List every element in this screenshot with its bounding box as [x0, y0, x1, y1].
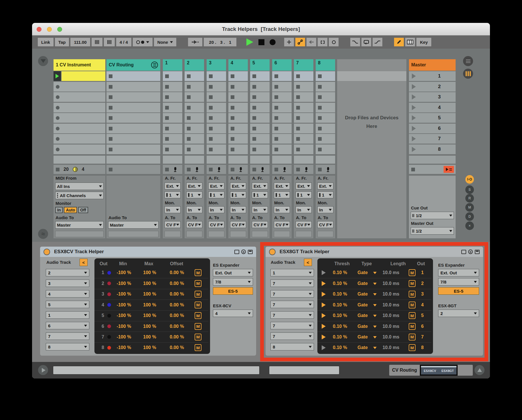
- esx8gt-number-select[interactable]: 2: [438, 310, 479, 317]
- audio-to-select[interactable]: CV F: [274, 221, 290, 228]
- midi-channel-select[interactable]: All Channels: [55, 192, 104, 199]
- length-value[interactable]: 10.0 ms: [378, 281, 404, 286]
- show-mixer-toggle[interactable]: M: [465, 203, 474, 212]
- length-value[interactable]: 10.0 ms: [378, 345, 404, 350]
- clip-slot[interactable]: [228, 144, 248, 154]
- clip-slot[interactable]: [163, 144, 182, 154]
- thresh-value[interactable]: 0.10 %: [328, 313, 352, 318]
- clip-slot[interactable]: [54, 124, 105, 133]
- audio-to-select[interactable]: CV F: [208, 221, 224, 228]
- device-titlebar[interactable]: ESX8GT Track Helper: [266, 247, 483, 257]
- audio-from-select[interactable]: Ext.: [208, 183, 224, 189]
- device-hotswap-icon[interactable]: [241, 249, 246, 254]
- input-channel-select[interactable]: 1: [317, 191, 333, 198]
- map-button[interactable]: M: [409, 302, 416, 308]
- clip-slot[interactable]: [228, 113, 248, 123]
- min-value[interactable]: -100 %: [112, 334, 136, 340]
- clip-slot[interactable]: [250, 92, 270, 102]
- scene-launch-icon[interactable]: [412, 94, 416, 100]
- offset-value[interactable]: 0.00 %: [164, 302, 190, 308]
- show-sends-toggle[interactable]: S: [465, 185, 474, 194]
- clip-slot[interactable]: [250, 134, 270, 144]
- gate-active-icon[interactable]: [322, 324, 326, 329]
- scene-launch-icon[interactable]: [412, 136, 416, 141]
- scene-overview-button[interactable]: [463, 56, 473, 66]
- gate-active-icon[interactable]: [322, 313, 326, 318]
- clip-slot[interactable]: [272, 82, 292, 92]
- clip-slot[interactable]: [185, 103, 204, 112]
- audio-track-select[interactable]: 7: [270, 280, 314, 287]
- clip-stop-button[interactable]: [56, 168, 60, 171]
- chevron-down-icon[interactable]: [373, 326, 377, 330]
- clip-slot[interactable]: [228, 71, 248, 81]
- input-channel-select[interactable]: 1: [230, 191, 246, 198]
- audio-to-select[interactable]: CV F: [165, 221, 181, 228]
- arrangement-position-field[interactable]: 20 .3 .1: [204, 38, 236, 46]
- track-header-master[interactable]: Master: [409, 59, 456, 71]
- preview-toggle-button[interactable]: [38, 365, 48, 375]
- audio-from-select[interactable]: Ext.: [317, 183, 333, 189]
- max-value[interactable]: 100 %: [139, 313, 160, 318]
- audio-from-select[interactable]: Ext.: [274, 183, 290, 189]
- length-value[interactable]: 10.0 ms: [378, 292, 404, 297]
- max-value[interactable]: 100 %: [139, 270, 160, 275]
- collapse-button[interactable]: <: [80, 259, 88, 266]
- offset-value[interactable]: 0.00 %: [164, 345, 190, 350]
- clip-slot[interactable]: [207, 82, 226, 92]
- clip-slot[interactable]: [207, 144, 226, 154]
- group-slot[interactable]: [106, 144, 160, 154]
- track-header-number[interactable]: 3: [207, 59, 226, 71]
- device-thumbnail-esx8cv[interactable]: ESX8CV: [421, 366, 439, 375]
- device-save-icon[interactable]: [248, 250, 253, 254]
- track-header-number[interactable]: 8: [316, 59, 335, 71]
- audio-track-select[interactable]: 7: [46, 332, 89, 340]
- stop-all-clips-button[interactable]: [411, 168, 415, 171]
- clip-slot[interactable]: [54, 92, 105, 102]
- clip-slot[interactable]: [294, 103, 313, 112]
- clip-slot[interactable]: [272, 103, 292, 112]
- thresh-value[interactable]: 0.10 %: [328, 324, 352, 329]
- clip-slot[interactable]: [294, 113, 313, 123]
- clip-slot[interactable]: [163, 124, 182, 133]
- length-value[interactable]: 10.0 ms: [378, 302, 404, 308]
- show-io-toggle[interactable]: I·O: [465, 175, 474, 184]
- follow-button[interactable]: [188, 38, 202, 46]
- scene-launch-icon[interactable]: [412, 147, 416, 152]
- map-button[interactable]: M: [409, 280, 416, 287]
- map-button[interactable]: M: [409, 269, 416, 276]
- map-button[interactable]: M: [409, 344, 416, 351]
- link-button[interactable]: Link: [38, 38, 54, 46]
- fade-in-mode-button[interactable]: [373, 38, 382, 46]
- scene-row[interactable]: 4: [409, 103, 456, 112]
- clip-slot[interactable]: [294, 134, 313, 144]
- map-button[interactable]: M: [409, 291, 416, 298]
- status-field-right[interactable]: [269, 366, 339, 375]
- gate-active-icon[interactable]: [322, 334, 326, 339]
- map-button[interactable]: M: [195, 334, 201, 340]
- monitor-select[interactable]: In: [186, 206, 202, 213]
- map-button[interactable]: M: [195, 344, 201, 351]
- re-enable-automation-button[interactable]: [307, 38, 316, 46]
- device-titlebar[interactable]: ESX8CV Track Helper: [40, 247, 256, 257]
- clip-stop-button[interactable]: [274, 168, 278, 171]
- arm-mic-icon[interactable]: [218, 167, 220, 172]
- nudge-down-button[interactable]: [92, 38, 102, 46]
- audio-from-select[interactable]: Ext.: [186, 183, 202, 189]
- record-button[interactable]: [270, 39, 276, 45]
- scene-row[interactable]: 3: [409, 92, 456, 102]
- scene-launch-icon[interactable]: [412, 115, 416, 120]
- map-button[interactable]: M: [409, 334, 416, 340]
- audio-track-select[interactable]: 5: [46, 301, 89, 308]
- audio-track-select[interactable]: 7: [270, 290, 314, 298]
- min-value[interactable]: -100 %: [112, 324, 136, 329]
- max-value[interactable]: 100 %: [139, 302, 160, 308]
- draw-mode-button[interactable]: [394, 38, 404, 46]
- audio-to-select[interactable]: CV F: [230, 221, 246, 228]
- show-track-delay-toggle[interactable]: D: [465, 212, 474, 221]
- nudge-up-button[interactable]: [104, 38, 115, 46]
- scene-row[interactable]: 5: [409, 113, 456, 123]
- offset-value[interactable]: 0.00 %: [164, 324, 190, 329]
- back-to-arrangement-button[interactable]: [444, 166, 454, 173]
- offset-value[interactable]: 0.00 %: [164, 313, 190, 318]
- track-header-number[interactable]: 4: [228, 59, 248, 71]
